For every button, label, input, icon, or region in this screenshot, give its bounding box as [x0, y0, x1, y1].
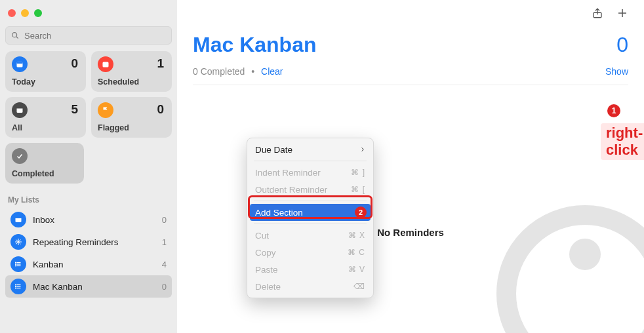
flag-icon: [98, 102, 113, 118]
smartlist-today-label: Today: [12, 77, 35, 87]
sidebar: 0 Today 1 Scheduled 5 All 0 Flagged: [0, 0, 177, 333]
completed-count-text: 0 Completed: [193, 66, 245, 77]
smartlist-all[interactable]: 5 All: [5, 97, 86, 138]
list-row[interactable]: Repeating Reminders 1: [5, 231, 172, 253]
svg-point-0: [12, 33, 17, 37]
ctx-paste: Paste ⌘ V: [247, 261, 373, 278]
list-count: 4: [162, 260, 167, 269]
ctx-delete: Delete ⌫: [247, 278, 373, 295]
smartlist-today-count: 0: [71, 56, 78, 71]
smartlist-today[interactable]: 0 Today: [5, 51, 86, 92]
ctx-outdent-reminder: Outdent Reminder ⌘ [: [247, 181, 373, 198]
zoom-window-button[interactable]: [34, 9, 42, 17]
smartlist-flagged-label: Flagged: [98, 123, 129, 132]
svg-point-20: [506, 215, 644, 333]
ctx-label: Copy: [255, 248, 276, 258]
smartlist-scheduled[interactable]: 1 Scheduled: [91, 51, 172, 92]
ctx-shortcut: ⌘ C: [348, 248, 365, 257]
svg-rect-4: [103, 62, 109, 68]
svg-point-10: [16, 265, 16, 266]
my-lists-header: My Lists: [8, 195, 169, 205]
ctx-label: Add Section: [255, 208, 303, 218]
checkmark-icon: [12, 148, 28, 164]
tray-icon: [10, 212, 26, 227]
ctx-label: Cut: [255, 231, 269, 241]
ctx-label: Due Date: [255, 145, 292, 155]
smartlist-all-count: 5: [71, 102, 78, 117]
smartlist-all-label: All: [12, 123, 22, 132]
svg-point-16: [16, 288, 16, 288]
svg-line-1: [16, 37, 18, 39]
search-field[interactable]: [5, 26, 172, 45]
ctx-label: Paste: [255, 265, 278, 275]
list-row[interactable]: Mac Kanban 0: [5, 275, 172, 298]
svg-point-9: [16, 264, 16, 265]
annotation-step-2-badge: 2: [355, 206, 367, 218]
list-icon: [10, 256, 26, 272]
list-row[interactable]: Inbox 0: [5, 208, 172, 231]
share-button[interactable]: [592, 7, 603, 22]
smartlist-flagged-count: 0: [157, 102, 164, 117]
svg-point-21: [569, 239, 601, 270]
show-completed-button[interactable]: Show: [605, 66, 628, 77]
smartlist-flagged[interactable]: 0 Flagged: [91, 97, 172, 138]
annotation-step-1-badge: 1: [607, 104, 620, 117]
list-title: Mac Kanban: [193, 33, 316, 57]
list-name: Repeating Reminders: [33, 237, 162, 247]
svg-rect-3: [17, 62, 23, 64]
ctx-separator: [254, 201, 367, 201]
smartlist-scheduled-label: Scheduled: [98, 77, 139, 87]
ctx-cut: Cut ⌘ X: [247, 227, 373, 244]
search-icon: [10, 31, 20, 40]
clear-completed-button[interactable]: Clear: [261, 66, 283, 77]
ctx-due-date[interactable]: Due Date: [247, 141, 373, 158]
calendar-day-icon: [12, 56, 28, 72]
close-window-button[interactable]: [8, 9, 16, 17]
list-total-count: 0: [616, 33, 628, 57]
ctx-label: Outdent Reminder: [255, 185, 327, 195]
smartlist-completed[interactable]: Completed: [5, 143, 84, 184]
ctx-copy: Copy ⌘ C: [247, 244, 373, 261]
ctx-shortcut: ⌘ X: [348, 231, 365, 240]
tray-icon: [12, 102, 28, 118]
ctx-add-section[interactable]: Add Section 2: [250, 204, 371, 221]
ctx-indent-reminder: Indent Reminder ⌘ ]: [247, 164, 373, 181]
minimize-window-button[interactable]: [21, 9, 29, 17]
ctx-shortcut: ⌘ ]: [351, 168, 365, 177]
empty-state-text: No Reminders: [377, 227, 444, 238]
ctx-label: Indent Reminder: [255, 168, 321, 178]
smart-lists-grid: 0 Today 1 Scheduled 5 All 0 Flagged: [5, 51, 172, 138]
list-count: 0: [162, 215, 167, 225]
ctx-shortcut: ⌘ [: [351, 185, 365, 194]
smartlist-completed-label: Completed: [12, 169, 54, 178]
calendar-icon: [98, 56, 113, 72]
ctx-shortcut: ⌫: [353, 282, 365, 291]
list-icon: [10, 279, 26, 294]
search-input[interactable]: [5, 26, 172, 45]
list-name: Kanban: [33, 260, 162, 269]
annotation-step-1-text: right-click: [601, 123, 644, 160]
chevron-right-icon: [360, 145, 365, 155]
ctx-shortcut: ⌘ V: [348, 265, 365, 274]
ctx-label: Delete: [255, 282, 281, 292]
smartlist-scheduled-count: 1: [157, 56, 164, 71]
ctx-separator: [254, 161, 367, 161]
svg-point-15: [16, 286, 16, 287]
list-count: 1: [162, 237, 167, 247]
window-controls: [5, 5, 172, 26]
add-reminder-button[interactable]: [616, 7, 628, 22]
list-name: Mac Kanban: [33, 282, 162, 292]
context-menu: Due Date Indent Reminder ⌘ ] Outdent Rem…: [247, 138, 374, 298]
toolbar: [193, 0, 628, 29]
list-name: Inbox: [33, 215, 162, 225]
list-count: 0: [162, 282, 167, 292]
svg-point-8: [16, 262, 16, 263]
watermark-graphic: [487, 195, 644, 333]
snowflake-icon: [10, 234, 26, 250]
completed-summary: 0 Completed • Clear: [193, 66, 283, 77]
ctx-separator: [254, 224, 367, 224]
list-row[interactable]: Kanban 4: [5, 253, 172, 275]
svg-point-14: [16, 284, 16, 285]
